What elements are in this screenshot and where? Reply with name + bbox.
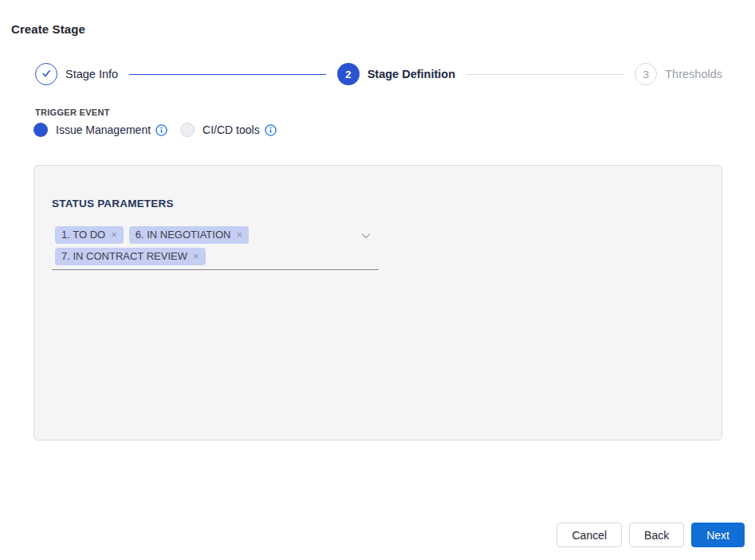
stepper-connector-completed (129, 74, 326, 75)
status-parameters-heading: STATUS PARAMETERS (52, 198, 174, 210)
status-chip-label: 6. IN NEGOTIATION (136, 229, 231, 241)
step-3-label: Thresholds (665, 68, 722, 80)
radio-cicd-tools[interactable]: CI/CD tools (180, 123, 277, 137)
step-3-circle: 3 (635, 63, 657, 85)
check-icon (41, 68, 52, 81)
status-parameters-select[interactable]: 1. TO DO × 6. IN NEGOTIATION × 7. IN CON… (52, 226, 379, 270)
wizard-stepper: Stage Info 2 Stage Definition 3 Threshol… (35, 63, 722, 85)
step-1-label: Stage Info (65, 68, 118, 80)
status-chip-label: 7. IN CONTRACT REVIEW (61, 250, 187, 262)
close-icon[interactable]: × (236, 229, 242, 240)
status-chip: 6. IN NEGOTIATION × (129, 226, 249, 244)
stepper-connector-upcoming (466, 74, 623, 75)
radio-selected-icon[interactable] (33, 123, 48, 137)
close-icon[interactable]: × (193, 251, 199, 261)
step-2-label: Stage Definition (368, 68, 455, 80)
step-1-circle (35, 63, 57, 85)
status-chip-label: 1. TO DO (61, 229, 105, 241)
info-icon[interactable] (155, 124, 167, 136)
next-button[interactable]: Next (691, 523, 745, 547)
status-chip: 7. IN CONTRACT REVIEW × (55, 248, 206, 265)
radio-issue-management[interactable]: Issue Management (33, 123, 167, 137)
status-chip: 1. TO DO × (55, 226, 124, 244)
selected-status-chips: 1. TO DO × 6. IN NEGOTIATION × 7. IN CON… (55, 226, 379, 265)
step-3-number: 3 (643, 69, 650, 80)
trigger-event-label: TRIGGER EVENT (35, 108, 110, 117)
info-icon[interactable] (265, 124, 277, 136)
cancel-button[interactable]: Cancel (556, 523, 622, 547)
step-thresholds[interactable]: 3 Thresholds (635, 63, 722, 85)
close-icon[interactable]: × (111, 229, 117, 240)
step-2-circle: 2 (337, 63, 360, 85)
status-parameters-panel: STATUS PARAMETERS 1. TO DO × 6. IN NEGOT… (33, 165, 722, 441)
radio-issue-management-label: Issue Management (56, 123, 151, 136)
trigger-event-radio-group: Issue Management CI/CD tools (33, 123, 277, 137)
step-2-number: 2 (345, 69, 352, 80)
wizard-footer: Cancel Back Next (556, 523, 745, 547)
radio-unselected-icon[interactable] (180, 123, 195, 137)
radio-cicd-tools-label: CI/CD tools (203, 123, 260, 136)
back-button[interactable]: Back (629, 523, 684, 547)
chevron-down-icon[interactable] (360, 229, 372, 242)
page-title: Create Stage (11, 22, 85, 36)
step-stage-info[interactable]: Stage Info (35, 63, 118, 85)
step-stage-definition[interactable]: 2 Stage Definition (337, 63, 455, 85)
